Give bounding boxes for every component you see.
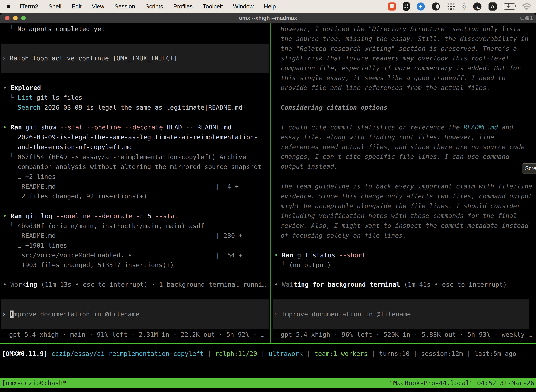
pane-left[interactable]: └ No agents completed yet› Ralph loop ac… xyxy=(0,23,270,343)
terminal-line: review. Also, I might want to inspect th… xyxy=(281,221,528,231)
window-title-bar: omx --xhigh --madmax ⌥⌘1 xyxy=(0,13,536,23)
terminal-line: output instead. xyxy=(281,162,338,171)
terminal-line: 2026-03-09-is-legal-the-same-as-legitima… xyxy=(18,132,258,142)
terminal-line: companion file, especially if more comme… xyxy=(281,63,521,73)
menu-item-shell[interactable]: Shell xyxy=(48,3,61,10)
window-shortcut: ⌥⌘1 xyxy=(517,13,533,23)
tmux-host-clock: "MacBook-Pro-44.local" 04:52 31-Mar-26 xyxy=(389,378,534,388)
terminal-line: › Improve documentation in @filename xyxy=(2,309,139,319)
apple-menu-icon[interactable] xyxy=(7,3,12,10)
menu-items: iTerm2ShellEditViewSessionScriptsProfile… xyxy=(20,3,276,10)
shield-grid-icon[interactable] xyxy=(403,2,410,11)
tmux-session-label: [omx-cczip0:bash* xyxy=(2,378,67,388)
menu-item-scripts[interactable]: Scripts xyxy=(145,3,163,10)
omx-status-line: [OMX#0.11.9] cczip/essay/ai-reimplementa… xyxy=(2,349,516,359)
menu-item-help[interactable]: Help xyxy=(264,3,276,10)
terminal-line: However, I noticed the "Directory Struct… xyxy=(281,24,521,34)
terminal-line: The team guideline is to back every impo… xyxy=(281,182,532,191)
dots-grid-icon[interactable] xyxy=(447,2,455,10)
terminal-line: slight risk that future readers may over… xyxy=(281,53,509,63)
terminal-line: └ List git ls-files xyxy=(10,93,82,103)
terminal-line: of focusing solely on file lines. xyxy=(281,231,407,240)
pane-bottom-border xyxy=(0,343,536,344)
menu-item-toolbelt[interactable]: Toolbelt xyxy=(203,3,223,10)
terminal-line: companion analysis without altering the … xyxy=(18,162,262,172)
terminal-line: └ (no output) xyxy=(281,260,331,270)
crescent-icon[interactable] xyxy=(432,2,440,10)
window-title: omx --xhigh --madmax xyxy=(0,13,536,23)
menu-status-icons: § ..61 A xyxy=(388,2,531,11)
terminal-line: • Ran git log --oneline --decorate -n 5 … xyxy=(3,211,178,221)
pane-divider[interactable] xyxy=(270,23,271,343)
pane-right[interactable]: However, I noticed the "Directory Struct… xyxy=(272,23,536,343)
badge-61-icon[interactable]: ..61 xyxy=(473,2,482,10)
screen-record-icon[interactable] xyxy=(388,2,396,10)
screen: iTerm2ShellEditViewSessionScriptsProfile… xyxy=(0,0,536,392)
squiggle-icon[interactable]: § xyxy=(462,2,466,11)
terminal-line: README.md | 4 + xyxy=(21,182,239,191)
terminal-line: › Ralph loop active continue [OMX_TMUX_I… xyxy=(2,53,177,63)
tmux-status-bar: [omx-cczip0:bash* "MacBook-Pro-44.local"… xyxy=(0,378,536,388)
terminal-line: this single essay, it seems like a good … xyxy=(281,73,506,83)
terminal-line: references need actual files, and since … xyxy=(281,142,525,152)
menu-item-window[interactable]: Window xyxy=(233,3,254,10)
terminal-line: README.md | 280 + xyxy=(21,231,243,241)
menu-item-edit[interactable]: Edit xyxy=(72,3,81,10)
terminal-line: └ 067f154 (HEAD -> essay/ai-reimplementa… xyxy=(10,152,246,162)
terminal-line: • Ran git status --short xyxy=(274,250,366,260)
terminal-line: … +1901 lines xyxy=(18,241,67,250)
terminal-line: essay file, along with finding root file… xyxy=(281,132,494,142)
terminal-line: might be acceptable alongside the file l… xyxy=(281,201,521,211)
terminal-line: and-the-erosion-of-copyleft.md xyxy=(18,142,132,152)
terminal-line: including verification notes with those … xyxy=(281,211,517,221)
terminal-line: the "Related research writing" section i… xyxy=(281,44,517,54)
terminal-line: the source tree, missing the essay. Stil… xyxy=(281,34,528,44)
wifi-icon[interactable] xyxy=(522,3,531,10)
terminal-line: evidence. Since this change only affects… xyxy=(281,191,532,201)
menu-bar: iTerm2ShellEditViewSessionScriptsProfile… xyxy=(0,0,536,13)
menu-item-profiles[interactable]: Profiles xyxy=(173,3,192,10)
bolt-badge-icon[interactable] xyxy=(417,2,425,10)
terminal-line: 2 files changed, 92 insertions(+) xyxy=(21,191,147,201)
terminal-line: src/voice/voiceModeEnabled.ts | 54 + xyxy=(21,250,243,260)
battery-icon[interactable] xyxy=(504,3,515,10)
terminal-line: • Ran git show --stat --oneline --decora… xyxy=(3,122,232,132)
terminal-line: Search 2026-03-09-is-legal-the-same-as-l… xyxy=(18,103,243,112)
menu-item-session[interactable]: Session xyxy=(115,3,135,10)
terminal-line: gpt-5.4 xhigh · 96% left · 520K in · 5.8… xyxy=(281,330,532,340)
terminal-line: gpt-5.4 xhigh · main · 91% left · 2.31M … xyxy=(9,330,264,340)
terminal-line: › Improve documentation in @filename xyxy=(274,309,411,319)
terminal-line: Considering citation options xyxy=(281,103,388,112)
menu-item-view[interactable]: View xyxy=(92,3,104,10)
screen-share-tooltip: Scre xyxy=(522,163,536,173)
terminal-line: 1903 files changed, 513517 insertions(+) xyxy=(21,260,174,270)
terminal-line: provide file and line references from th… xyxy=(281,83,490,93)
terminal-line: └ 4b9d30f (origin/main, instructkr/main,… xyxy=(10,221,204,231)
terminal-line: I could cite commit statistics or refere… xyxy=(281,122,513,132)
terminal-line: • Working (11m 13s • esc to interrupt) ·… xyxy=(3,280,266,289)
terminal-line: • Waiting for background terminal (1m 41… xyxy=(274,280,507,289)
terminal-line: … +2 lines xyxy=(18,172,56,182)
input-source-icon[interactable]: A xyxy=(488,2,497,10)
menu-item-iterm2[interactable]: iTerm2 xyxy=(20,3,38,10)
terminal-line: └ No agents completed yet xyxy=(10,24,105,34)
terminal-line: changes, I can't cite specific file line… xyxy=(281,152,509,162)
terminal-line: • Explored xyxy=(3,83,41,93)
terminal: └ No agents completed yet› Ralph loop ac… xyxy=(0,23,536,392)
